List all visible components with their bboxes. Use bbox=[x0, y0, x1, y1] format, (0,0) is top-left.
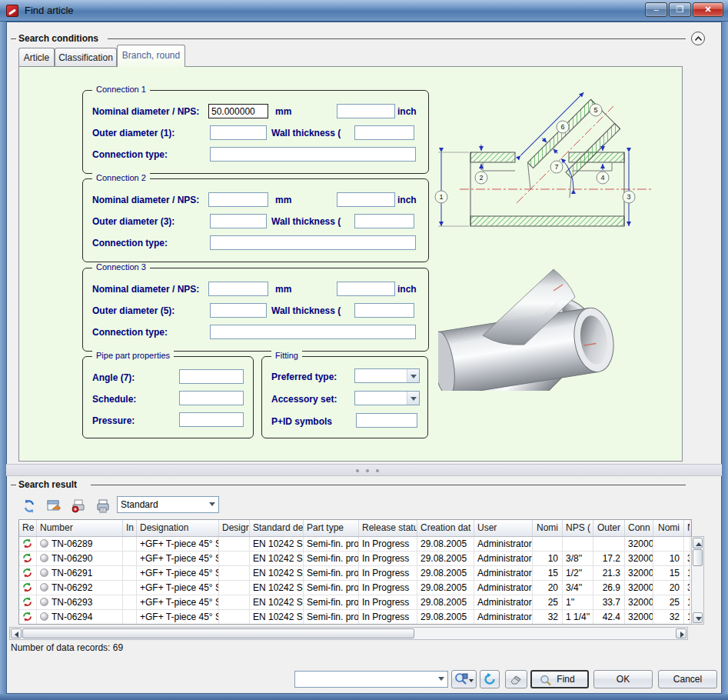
view-layout-select[interactable]: Standard bbox=[117, 496, 219, 513]
column-header-nomi2[interactable]: Nomi bbox=[653, 520, 684, 536]
close-button[interactable]: ✕ bbox=[693, 2, 723, 17]
outer-diameter-label: Outer diameter (5): bbox=[92, 305, 175, 316]
cell-in bbox=[123, 595, 137, 609]
pressure-input[interactable] bbox=[179, 412, 244, 427]
cell-nomi: 20 bbox=[533, 581, 563, 595]
column-header-nomi[interactable]: Nomi bbox=[533, 520, 563, 536]
table-horizontal-scrollbar[interactable] bbox=[9, 627, 688, 640]
nominal-inch-input[interactable] bbox=[337, 104, 395, 118]
column-header-in[interactable]: In bbox=[123, 520, 137, 536]
cell-nomi: 25 bbox=[533, 595, 563, 609]
wall-thickness-input[interactable] bbox=[354, 303, 414, 318]
chevron-down-icon[interactable] bbox=[435, 672, 447, 687]
save-search-profile-button[interactable] bbox=[451, 670, 477, 688]
accessory-set-select[interactable] bbox=[354, 391, 420, 405]
scroll-left-button[interactable] bbox=[11, 628, 22, 638]
column-header-number[interactable]: Number bbox=[37, 520, 123, 536]
clear-button[interactable] bbox=[505, 670, 527, 688]
search-profile-select[interactable] bbox=[294, 671, 448, 688]
wall-thickness-input[interactable] bbox=[354, 214, 414, 228]
refresh-results-button[interactable] bbox=[18, 496, 38, 515]
find-button[interactable]: Find bbox=[530, 670, 589, 688]
print-preview-button[interactable] bbox=[68, 496, 88, 515]
search-conditions-title: Search conditions bbox=[18, 33, 98, 44]
tab-branch-round[interactable]: Branch, round bbox=[117, 45, 185, 67]
chevron-down-icon[interactable] bbox=[407, 369, 419, 382]
cell-outer: 17.2 bbox=[593, 552, 625, 565]
nominal-mm-input[interactable] bbox=[208, 104, 268, 118]
chevron-down-icon[interactable] bbox=[407, 392, 419, 405]
splitter-handle[interactable] bbox=[6, 464, 722, 476]
column-header-outer[interactable]: Outer bbox=[593, 520, 625, 536]
titlebar[interactable]: Find article – ❐ ✕ bbox=[0, 0, 728, 22]
column-header-nps[interactable]: NPS ( bbox=[563, 520, 593, 536]
nominal-inch-input[interactable] bbox=[337, 192, 395, 207]
column-header-designation[interactable]: Designation bbox=[137, 520, 219, 536]
column-header-created[interactable]: Creation dat bbox=[417, 520, 474, 536]
wall-thickness-input[interactable] bbox=[354, 125, 414, 140]
table-row[interactable]: TN-06292+GF+ T-piece 45° SEN 10242 S16Se… bbox=[19, 581, 691, 595]
column-header-part_type[interactable]: Part type bbox=[304, 520, 359, 536]
ok-button[interactable]: OK bbox=[593, 670, 653, 688]
table-row[interactable]: TN-06293+GF+ T-piece 45° SEN 10242 S16Se… bbox=[19, 595, 691, 610]
tab-classification[interactable]: Classification bbox=[55, 48, 117, 67]
outer-diameter-label: Outer diameter (1): bbox=[92, 128, 175, 138]
chevron-down-icon[interactable] bbox=[206, 497, 218, 512]
group-line bbox=[11, 485, 16, 485]
window-border-right bbox=[722, 22, 728, 694]
connection1-fieldset: Connection 1 Nominal diameter / NPS: mm … bbox=[82, 90, 429, 174]
window-title: Find article bbox=[25, 5, 74, 16]
table-row[interactable]: TN-06289+GF+ T-piece 45° SEN 10242 S16Se… bbox=[19, 537, 691, 552]
column-header-n[interactable]: N bbox=[684, 520, 690, 536]
inch-unit-label: inch bbox=[397, 195, 417, 205]
column-header-conn[interactable]: Conn bbox=[625, 520, 653, 536]
scroll-up-button[interactable] bbox=[693, 538, 703, 548]
table-row[interactable]: TN-06294+GF+ T-piece 45° SEN 10242 S16Se… bbox=[19, 610, 691, 625]
pid-symbols-label: P+ID symbols bbox=[271, 416, 332, 427]
outer-diameter-input[interactable] bbox=[210, 125, 267, 140]
table-vertical-scrollbar[interactable] bbox=[691, 536, 704, 625]
outer-diameter-input[interactable] bbox=[210, 303, 267, 318]
connection-type-input[interactable] bbox=[210, 147, 416, 162]
collapse-section-button[interactable] bbox=[691, 32, 705, 45]
mm-unit-label: mm bbox=[275, 284, 291, 295]
angle-input[interactable] bbox=[179, 369, 244, 384]
column-header-user[interactable]: User bbox=[474, 520, 533, 536]
column-header-standard[interactable]: Standard de bbox=[250, 520, 304, 536]
nominal-mm-input[interactable] bbox=[208, 192, 268, 207]
table-row[interactable]: TN-06290+GF+ T-piece 45° SEN 10242 S16Se… bbox=[19, 552, 691, 566]
connection-type-input[interactable] bbox=[210, 235, 416, 250]
print-button[interactable] bbox=[92, 496, 112, 515]
outer-diameter-input[interactable] bbox=[210, 214, 267, 228]
revision-state-icon bbox=[22, 597, 32, 607]
cell-designation: +GF+ T-piece 45° S bbox=[137, 552, 219, 565]
search-result-title: Search result bbox=[18, 479, 77, 490]
column-header-desig[interactable]: Desigr bbox=[219, 520, 250, 536]
tab-article[interactable]: Article bbox=[18, 48, 55, 67]
minimize-button[interactable]: – bbox=[645, 2, 667, 17]
table-row[interactable]: TN-06291+GF+ T-piece 45° SEN 10242 S16Se… bbox=[19, 566, 691, 581]
cell-user: Administrator bbox=[474, 537, 533, 551]
number-cell: TN-06291 bbox=[37, 566, 123, 580]
cell-conn: 32000 bbox=[625, 537, 653, 551]
maximize-button[interactable]: ❐ bbox=[669, 2, 691, 17]
pid-symbols-input[interactable] bbox=[356, 413, 417, 428]
cell-desig bbox=[219, 581, 250, 595]
nominal-inch-input[interactable] bbox=[337, 282, 395, 296]
schedule-input[interactable] bbox=[179, 391, 244, 405]
cancel-button[interactable]: Cancel bbox=[658, 670, 717, 688]
scroll-right-button[interactable] bbox=[676, 628, 686, 638]
nominal-mm-input[interactable] bbox=[208, 282, 268, 296]
column-header-re[interactable]: Re bbox=[19, 520, 37, 536]
scroll-down-button[interactable] bbox=[693, 612, 703, 623]
wall-thickness-label: Wall thickness ( bbox=[271, 216, 341, 227]
horizontal-scroll-thumb[interactable] bbox=[22, 628, 414, 638]
refresh-button[interactable] bbox=[480, 670, 500, 688]
connection-type-input[interactable] bbox=[210, 325, 416, 339]
vertical-scroll-thumb[interactable] bbox=[693, 549, 703, 566]
export-view-button[interactable] bbox=[43, 496, 63, 515]
column-header-release[interactable]: Release statu bbox=[359, 520, 417, 536]
cell-conn: 32000 bbox=[625, 566, 653, 580]
preferred-type-select[interactable] bbox=[354, 368, 420, 383]
search-result-table[interactable]: ReNumberInDesignationDesigrStandard dePa… bbox=[18, 519, 692, 625]
